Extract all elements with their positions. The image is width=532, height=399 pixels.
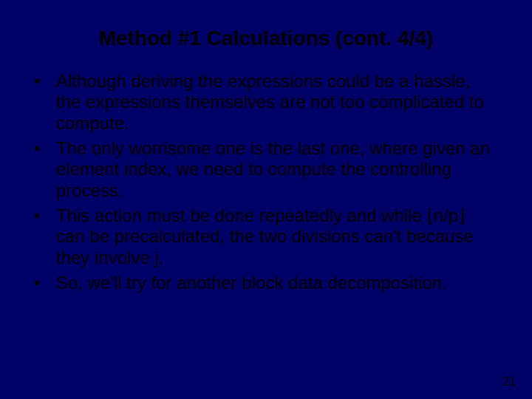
list-item: This action must be done repeatedly and … (31, 205, 498, 268)
slide-title: Method #1 Calculations (cont. 4/4) (27, 27, 505, 50)
list-item: The only worrisome one is the last one, … (31, 138, 498, 201)
bullet-list: Although deriving the expressions could … (27, 71, 505, 293)
slide: Method #1 Calculations (cont. 4/4) Altho… (0, 0, 532, 399)
list-item: Although deriving the expressions could … (31, 71, 498, 134)
list-item: So, we'll try for another block data dec… (31, 273, 498, 293)
page-number: 21 (502, 375, 516, 389)
